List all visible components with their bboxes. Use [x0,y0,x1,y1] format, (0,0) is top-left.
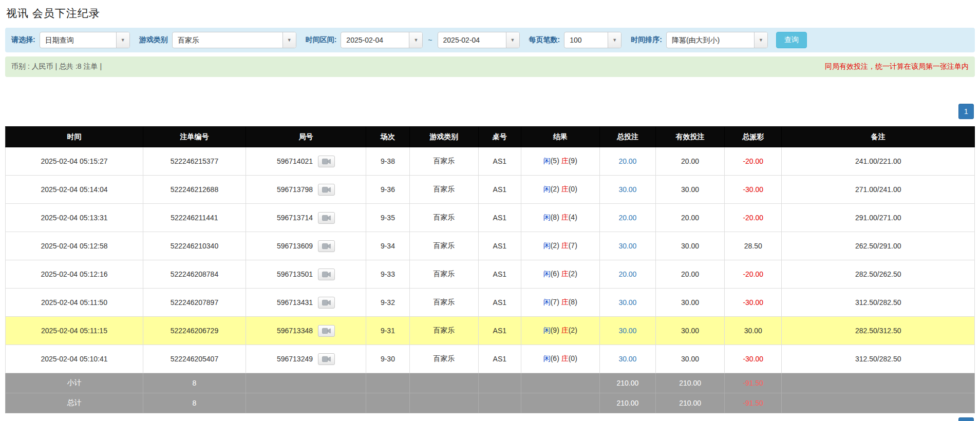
cell-total-bet: 20.00 [599,147,655,176]
chevron-down-icon[interactable]: ▼ [506,32,519,48]
video-camera-icon [322,243,331,250]
cell-total-bet: 20.00 [599,204,655,232]
cell-session: 9-32 [366,289,409,317]
replay-video-button[interactable] [318,325,335,337]
table-row: 2025-02-04 05:15:27 522246215377 5967140… [6,147,975,176]
result-player-label: 闲 [543,298,551,306]
search-button[interactable]: 查询 [776,32,807,48]
total-bet-link[interactable]: 30.00 [618,185,636,194]
round-number: 596713348 [277,327,313,335]
date-to-dropdown[interactable]: 2025-02-04 ▼ [438,32,520,48]
result-player-label: 闲 [543,326,551,334]
total-bet-link[interactable]: 30.00 [618,298,636,307]
total-bet-link[interactable]: 20.00 [618,157,636,165]
cell-table-no: AS1 [478,204,521,232]
cell-round: 596713348 [246,317,366,345]
cell-bet-id: 522246210340 [143,232,246,260]
total-bet-link[interactable]: 30.00 [618,242,636,250]
time-sort-value: 降冪(由大到小) [667,32,754,48]
cell-result: 闲(8) 庄(4) [521,204,599,232]
bet-records-table: 时间 注单编号 局号 场次 游戏类别 桌号 结果 总投注 有效投注 总派彩 备注… [5,126,975,413]
footer-empty-cell [409,393,478,413]
footer-empty-cell [246,393,366,413]
chevron-down-icon[interactable]: ▼ [116,32,129,48]
col-header-session: 场次 [366,127,409,147]
date-to-value: 2025-02-04 [438,32,506,48]
result-banker-score: (2) [569,270,577,278]
replay-video-button[interactable] [318,353,335,365]
cell-table-no: AS1 [478,232,521,260]
table-row: 2025-02-04 05:12:16 522246208784 5967135… [6,260,975,289]
replay-video-button[interactable] [318,240,335,252]
currency-total-summary: 币别 : 人民币 | 总共 :8 注单 | [11,62,102,71]
total-count: 8 [143,393,246,413]
total-bet-link[interactable]: 30.00 [618,355,636,363]
cell-time: 2025-02-04 05:11:15 [6,317,143,345]
footer-empty-cell [366,373,409,393]
date-from-dropdown[interactable]: 2025-02-04 ▼ [341,32,423,48]
cell-valid-bet: 20.00 [656,260,725,289]
cell-game-type: 百家乐 [409,204,478,232]
footer-empty-cell [478,393,521,413]
query-type-dropdown[interactable]: 日期查询 ▼ [40,32,130,48]
result-player-label: 闲 [543,213,551,221]
total-bet-link[interactable]: 30.00 [618,327,636,335]
round-number: 596713798 [277,185,313,194]
result-banker-label: 庄 [561,157,569,165]
replay-video-button[interactable] [318,156,335,167]
time-sort-label: 时间排序: [631,35,662,45]
cell-session: 9-34 [366,232,409,260]
col-header-game-type: 游戏类别 [409,127,478,147]
cell-table-no: AS1 [478,260,521,289]
video-camera-icon [322,356,331,362]
cell-result: 闲(5) 庄(9) [521,147,599,176]
cell-result: 闲(6) 庄(0) [521,345,599,373]
cell-valid-bet: 30.00 [656,345,725,373]
footer-empty-cell [782,393,975,413]
cell-time: 2025-02-04 05:12:16 [6,260,143,289]
table-row: 2025-02-04 05:14:04 522246212688 5967137… [6,176,975,204]
cell-bet-id: 522246212688 [143,176,246,204]
result-player-label: 闲 [543,354,551,362]
cell-payout: -20.00 [725,260,782,289]
video-camera-icon [322,328,331,334]
result-player-label: 闲 [543,185,551,193]
replay-video-button[interactable] [318,184,335,196]
chevron-down-icon[interactable]: ▼ [282,32,296,48]
game-type-dropdown[interactable]: 百家乐 ▼ [172,32,296,48]
table-row: 2025-02-04 05:11:50 522246207897 5967134… [6,289,975,317]
result-banker-score: (7) [569,241,577,250]
col-header-payout: 总派彩 [725,127,782,147]
col-header-total-bet: 总投注 [599,127,655,147]
result-player-label: 闲 [543,270,551,278]
replay-video-button[interactable] [318,269,335,280]
cell-bet-id: 522246211441 [143,204,246,232]
time-sort-dropdown[interactable]: 降冪(由大到小) ▼ [666,32,768,48]
filter-bar: 请选择: 日期查询 ▼ 游戏类别 百家乐 ▼ 时间区间: 2025-02-04 … [5,28,975,52]
cell-valid-bet: 20.00 [656,204,725,232]
chevron-down-icon[interactable]: ▼ [409,32,422,48]
video-camera-icon [322,186,331,193]
game-type-label: 游戏类别 [139,35,168,45]
subtotal-label: 小计 [6,373,143,393]
cell-remark: 312.50/282.50 [782,289,975,317]
video-camera-icon [322,271,331,278]
chevron-down-icon[interactable]: ▼ [608,32,621,48]
cell-remark: 282.50/312.50 [782,317,975,345]
subtotal-total-bet: 210.00 [599,373,655,393]
cell-payout: 28.50 [725,232,782,260]
footer-empty-cell [478,373,521,393]
col-header-valid-bet: 有效投注 [656,127,725,147]
total-bet-link[interactable]: 20.00 [618,270,636,278]
page-button-1[interactable]: 1 [958,417,974,421]
total-bet-link[interactable]: 20.00 [618,214,636,222]
page-size-dropdown[interactable]: 100 ▼ [564,32,621,48]
chevron-down-icon[interactable]: ▼ [754,32,767,48]
cell-payout: -30.00 [725,289,782,317]
page-button-1[interactable]: 1 [958,104,974,119]
replay-video-button[interactable] [318,297,335,309]
round-number: 596713249 [277,355,313,363]
cell-session: 9-36 [366,176,409,204]
cell-valid-bet: 20.00 [656,147,725,176]
replay-video-button[interactable] [318,212,335,224]
